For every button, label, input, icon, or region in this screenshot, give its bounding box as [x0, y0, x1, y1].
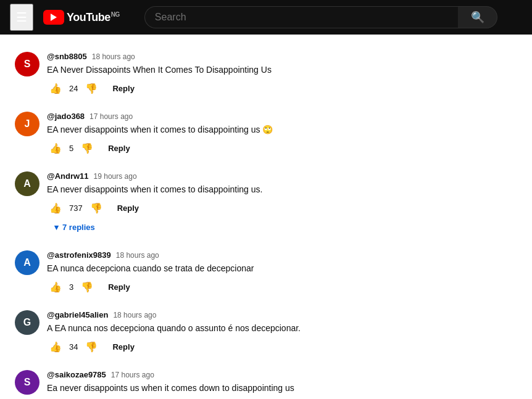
- comment-header: @jado368 17 hours ago: [47, 112, 517, 121]
- comment-body: @gabriel45alien 18 hours ago A EA nunca …: [47, 310, 517, 355]
- comment-text: EA never disappoints when it comes to di…: [47, 183, 517, 196]
- youtube-icon: [43, 10, 64, 25]
- comment-author: @jado368: [47, 112, 85, 121]
- reply-button[interactable]: Reply: [105, 80, 141, 97]
- comment-body: @Andrw11 19 hours ago EA never disappoin…: [47, 171, 517, 236]
- like-count: 24: [69, 84, 78, 93]
- thumbs-down-icon: 👎: [81, 142, 93, 154]
- youtube-country: NG: [111, 11, 120, 18]
- like-count: 5: [69, 144, 73, 153]
- comment-actions: 👍 24 👎 Reply: [47, 80, 517, 97]
- comment-author: @Andrw11: [47, 171, 89, 181]
- header-left: ☰ YouTubeNG: [10, 4, 120, 31]
- comment-item: A @Andrw11 19 hours ago EA never disappo…: [15, 164, 517, 243]
- comment-text: EA Never Dissapoints When It Comes To Di…: [47, 64, 517, 76]
- dislike-button[interactable]: 👎: [88, 200, 105, 216]
- search-container: 🔍: [144, 6, 497, 28]
- comment-time: 18 hours ago: [116, 251, 159, 260]
- comment-time: 17 hours ago: [89, 112, 133, 121]
- thumbs-up-icon: 👍: [49, 341, 62, 353]
- comment-text: A EA nunca nos decepciona quando o assun…: [47, 322, 517, 335]
- menu-button[interactable]: ☰: [10, 4, 33, 31]
- avatar: A: [15, 250, 39, 275]
- thumbs-up-icon: 👍: [49, 202, 62, 214]
- dislike-button[interactable]: 👎: [78, 279, 96, 295]
- thumbs-up-icon: 👍: [49, 281, 62, 293]
- thumbs-up-icon: 👍: [49, 83, 62, 94]
- comment-time: 18 hours ago: [92, 52, 135, 61]
- comment-item: A @astrofenix9839 18 hours ago EA nunca …: [15, 243, 517, 303]
- comment-actions: 👍 5 👎 Reply: [47, 140, 517, 157]
- comment-author: @astrofenix9839: [47, 250, 111, 260]
- comment-header: @saikozae9785 17 hours ago: [47, 370, 517, 379]
- youtube-wordmark: YouTubeNG: [67, 11, 120, 24]
- comment-author: @snb8805: [47, 52, 87, 61]
- youtube-logo[interactable]: YouTubeNG: [43, 10, 120, 25]
- comment-actions: 👍 737 👎 Reply: [47, 200, 517, 216]
- thumbs-down-icon: 👎: [81, 281, 93, 293]
- reply-button[interactable]: Reply: [101, 279, 137, 295]
- comment-body: @jado368 17 hours ago EA never disappoin…: [47, 112, 517, 157]
- comment-text: Ea never disappoints us when it comes do…: [47, 382, 517, 395]
- avatar: S: [15, 370, 39, 395]
- comments-section: S @snb8805 18 hours ago EA Never Dissapo…: [0, 35, 532, 399]
- comment-body: @snb8805 18 hours ago EA Never Dissapoin…: [47, 52, 517, 97]
- comment-item: G @gabriel45alien 18 hours ago A EA nunc…: [15, 303, 517, 363]
- comment-item: J @jado368 17 hours ago EA never disappo…: [15, 104, 517, 164]
- thumbs-down-icon: 👎: [85, 83, 98, 94]
- like-button[interactable]: 👍: [47, 339, 64, 355]
- like-button[interactable]: 👍: [47, 200, 64, 216]
- comment-body: @saikozae9785 17 hours ago Ea never disa…: [47, 370, 517, 399]
- avatar: A: [15, 171, 39, 196]
- replies-count: 7 replies: [62, 223, 95, 232]
- search-input[interactable]: [144, 6, 458, 28]
- comment-header: @snb8805 18 hours ago: [47, 52, 517, 61]
- app-header: ☰ YouTubeNG 🔍: [0, 0, 532, 35]
- thumbs-down-icon: 👎: [85, 341, 98, 353]
- reply-button[interactable]: Reply: [101, 140, 137, 157]
- reply-button[interactable]: Reply: [110, 200, 146, 216]
- dislike-button[interactable]: 👎: [83, 80, 100, 97]
- dislike-button[interactable]: 👎: [83, 339, 100, 355]
- search-button[interactable]: 🔍: [458, 6, 497, 28]
- like-button[interactable]: 👍: [47, 279, 64, 295]
- comment-time: 17 hours ago: [111, 371, 154, 379]
- like-count: 3: [69, 282, 73, 292]
- comment-time: 18 hours ago: [113, 311, 156, 319]
- comment-item: S @snb8805 18 hours ago EA Never Dissapo…: [15, 44, 517, 104]
- reply-button[interactable]: Reply: [105, 339, 141, 355]
- comment-text: EA nunca decepciona cuando se trata de d…: [47, 262, 517, 275]
- chevron-down-icon: ▾: [54, 223, 59, 232]
- avatar: S: [15, 52, 39, 76]
- comment-time: 19 hours ago: [94, 172, 137, 181]
- dislike-button[interactable]: 👎: [78, 140, 96, 157]
- like-button[interactable]: 👍: [47, 140, 64, 157]
- comment-header: @Andrw11 19 hours ago: [47, 171, 517, 181]
- comment-item: S @saikozae9785 17 hours ago Ea never di…: [15, 363, 517, 399]
- comment-header: @gabriel45alien 18 hours ago: [47, 310, 517, 319]
- comment-body: @astrofenix9839 18 hours ago EA nunca de…: [47, 250, 517, 295]
- comment-actions: 👍 3 👎 Reply: [47, 279, 517, 295]
- comment-header: @astrofenix9839 18 hours ago: [47, 250, 517, 260]
- comment-actions: 👍 34 👎 Reply: [47, 339, 517, 355]
- like-button[interactable]: 👍: [47, 80, 64, 97]
- comment-text: EA never disappoints when it comes to di…: [47, 123, 517, 136]
- thumbs-up-icon: 👍: [49, 142, 62, 154]
- comment-author: @saikozae9785: [47, 370, 106, 379]
- like-count: 34: [69, 342, 78, 352]
- comment-author: @gabriel45alien: [47, 310, 108, 319]
- search-icon: 🔍: [471, 10, 484, 24]
- like-count: 737: [69, 204, 83, 213]
- avatar: J: [15, 112, 39, 136]
- thumbs-down-icon: 👎: [90, 202, 102, 214]
- replies-toggle[interactable]: ▾ 7 replies: [47, 219, 102, 236]
- search-bar: 🔍: [144, 6, 497, 28]
- avatar: G: [15, 310, 39, 335]
